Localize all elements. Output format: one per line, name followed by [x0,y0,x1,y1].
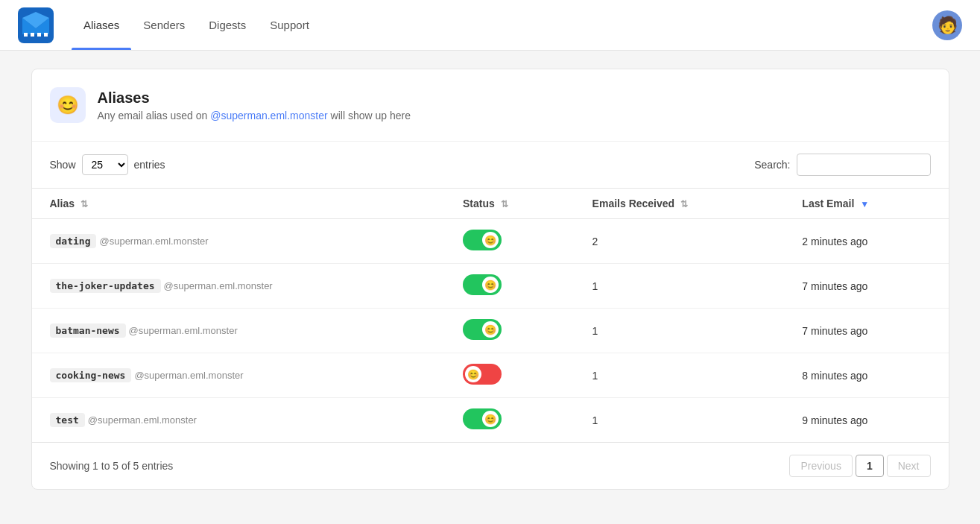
alias-domain: @superman.eml.monster [134,370,243,381]
nav-item-support[interactable]: Support [258,0,321,50]
entries-label: entries [134,159,165,171]
aliases-title: Aliases [98,89,411,107]
sort-emails-icon: ⇅ [680,199,688,209]
alias-domain: @superman.eml.monster [129,325,238,336]
alias-badge: dating [50,234,97,248]
table-row: dating@superman.eml.monster😊22 minutes a… [32,219,949,264]
alias-badge: the-joker-updates [50,279,161,293]
col-emails-received[interactable]: Emails Received ⇅ [575,189,785,219]
next-button[interactable]: Next [887,455,931,477]
cell-last-email: 7 minutes ago [784,264,948,309]
nav-item-digests[interactable]: Digests [197,0,258,50]
show-entries-control: Show 10 25 50 100 entries [50,154,165,175]
status-toggle[interactable]: 😊 [463,364,502,385]
status-toggle[interactable]: 😊 [463,274,502,295]
header: Aliases Senders Digests Support 🧑 [0,0,980,51]
cell-status: 😊 [445,219,575,264]
cell-last-email: 9 minutes ago [784,398,948,443]
cell-emails-received: 1 [575,353,785,398]
table-header-row: Alias ⇅ Status ⇅ Emails Received ⇅ Last … [32,189,949,219]
cell-alias: the-joker-updates@superman.eml.monster [32,264,446,309]
aliases-icon: 😊 [50,87,86,123]
cell-emails-received: 1 [575,398,785,443]
cell-alias: cooking-news@superman.eml.monster [32,353,446,398]
svg-rect-4 [31,33,34,37]
table-row: the-joker-updates@superman.eml.monster😊1… [32,264,949,309]
table-row: test@superman.eml.monster😊19 minutes ago [32,398,949,443]
table-row: batman-news@superman.eml.monster😊17 minu… [32,309,949,353]
logo [18,7,54,43]
cell-emails-received: 2 [575,219,785,264]
aliases-header: 😊 Aliases Any email alias used on @super… [32,69,949,142]
svg-rect-5 [37,33,41,37]
cell-last-email: 2 minutes ago [784,219,948,264]
sort-alias-icon: ⇅ [80,199,88,209]
search-label: Search: [754,159,790,171]
page-1-button[interactable]: 1 [856,455,884,477]
aliases-description: Any email alias used on @superman.eml.mo… [98,110,411,121]
cell-alias: test@superman.eml.monster [32,398,446,443]
nav-item-aliases[interactable]: Aliases [72,0,131,50]
toggle-knob: 😊 [482,277,499,293]
svg-rect-6 [44,33,48,37]
status-toggle[interactable]: 😊 [463,319,502,340]
alias-badge: cooking-news [50,368,132,382]
col-status[interactable]: Status ⇅ [445,189,575,219]
cell-alias: dating@superman.eml.monster [32,219,446,264]
alias-domain: @superman.eml.monster [88,414,197,426]
cell-last-email: 7 minutes ago [784,309,948,353]
alias-domain: @superman.eml.monster [164,280,273,291]
cell-status: 😊 [445,309,575,353]
alias-badge: batman-news [50,323,126,338]
sort-last-email-icon: ▼ [860,199,869,209]
main-content: 😊 Aliases Any email alias used on @super… [13,51,967,508]
table-row: cooking-news@superman.eml.monster😊18 min… [32,353,949,398]
table-controls: Show 10 25 50 100 entries Search: [32,142,949,188]
svg-rect-3 [24,33,28,37]
cell-alias: batman-news@superman.eml.monster [32,309,446,353]
avatar[interactable]: 🧑 [932,10,962,40]
nav-item-senders[interactable]: Senders [131,0,197,50]
showing-text: Showing 1 to 5 of 5 entries [50,460,174,472]
cell-emails-received: 1 [575,309,785,353]
status-toggle[interactable]: 😊 [463,230,502,250]
search-input[interactable] [797,154,931,176]
cell-status: 😊 [445,264,575,309]
toggle-knob: 😊 [482,232,499,248]
toggle-knob: 😊 [465,366,481,382]
cell-emails-received: 1 [575,264,785,309]
cell-status: 😊 [445,398,575,443]
toggle-knob: 😊 [482,411,499,427]
table-footer: Showing 1 to 5 of 5 entries Previous 1 N… [32,442,949,489]
col-alias[interactable]: Alias ⇅ [32,189,446,219]
search-area: Search: [754,154,930,176]
show-label: Show [50,159,76,171]
pagination: Previous 1 Next [789,455,930,477]
previous-button[interactable]: Previous [789,455,852,477]
col-last-email[interactable]: Last Email ▼ [784,189,948,219]
entries-select[interactable]: 10 25 50 100 [82,154,128,175]
cell-status: 😊 [445,353,575,398]
main-nav: Aliases Senders Digests Support [72,0,321,50]
sort-status-icon: ⇅ [501,199,508,209]
aliases-card: 😊 Aliases Any email alias used on @super… [31,69,949,490]
aliases-header-text: Aliases Any email alias used on @superma… [98,89,411,121]
toggle-knob: 😊 [482,321,499,338]
alias-badge: test [50,413,85,427]
alias-domain: @superman.eml.monster [99,236,208,247]
aliases-table: Alias ⇅ Status ⇅ Emails Received ⇅ Last … [32,188,949,442]
status-toggle[interactable]: 😊 [463,408,502,429]
cell-last-email: 8 minutes ago [784,353,948,398]
domain-link[interactable]: @superman.eml.monster [210,110,327,121]
